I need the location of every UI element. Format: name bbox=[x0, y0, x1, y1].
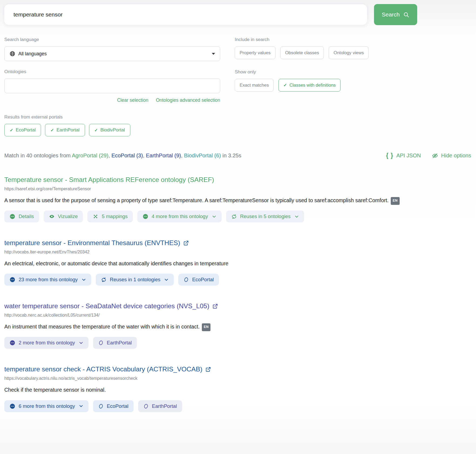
portal-toggle-label: BiodivPortal bbox=[100, 127, 125, 133]
search-options: Search language All languages Ontologies… bbox=[0, 37, 476, 103]
circle-ellipsis-icon bbox=[9, 340, 15, 346]
result-url: http://vocab.nerc.ac.uk/collection/L05/c… bbox=[4, 313, 472, 318]
globe-icon bbox=[9, 51, 15, 57]
filter-classes-with-definitions[interactable]: ✓ Classes with definitions bbox=[278, 79, 341, 92]
external-portals-label: Results from external portals bbox=[4, 114, 476, 120]
match-prefix: Match in 40 ontologies from bbox=[4, 153, 72, 158]
earthportal-count-link[interactable]: EarthPortal (9) bbox=[146, 153, 181, 158]
check-icon: ✓ bbox=[94, 128, 98, 133]
reuses-button[interactable]: Reuses in 5 ontologies bbox=[226, 211, 304, 222]
mappings-button[interactable]: 5 mappings bbox=[87, 211, 133, 222]
reuse-icon bbox=[231, 214, 237, 219]
ontologies-advanced-selection-link[interactable]: Ontologies advanced selection bbox=[156, 97, 220, 103]
result-title-link[interactable]: Temperature sensor - Smart Applications … bbox=[4, 176, 214, 184]
search-box[interactable] bbox=[4, 4, 367, 25]
portal-badge-ecoportal[interactable]: EcoPortal bbox=[93, 400, 134, 412]
chip-label: EarthPortal bbox=[107, 340, 132, 346]
braces-icon: { } bbox=[386, 152, 393, 159]
filter-label: Exact matches bbox=[240, 83, 269, 88]
result-description: An instrument that measures the temperat… bbox=[4, 322, 402, 331]
ecoportal-count-link[interactable]: EcoPortal (3) bbox=[111, 153, 143, 158]
portal-toggle-ecoportal[interactable]: ✓ EcoPortal bbox=[4, 124, 41, 136]
api-json-link[interactable]: { } API JSON bbox=[386, 152, 421, 159]
api-json-label: API JSON bbox=[396, 153, 421, 159]
chevron-down-icon bbox=[164, 277, 169, 282]
separator: , bbox=[108, 153, 111, 158]
result-title-link[interactable]: water temperature sensor - SeaDataNet de… bbox=[4, 302, 218, 310]
circle-ellipsis-icon bbox=[142, 214, 148, 219]
external-link-icon bbox=[212, 303, 218, 309]
result-description-text: An electrical, electronic, or automatic … bbox=[4, 260, 228, 266]
chevron-down-icon bbox=[78, 404, 83, 408]
chevron-down-icon bbox=[294, 214, 299, 219]
chip-label: Vizualize bbox=[58, 214, 78, 219]
portal-toggle-biodivportal[interactable]: ✓ BiodivPortal bbox=[89, 124, 130, 136]
chip-label: Details bbox=[19, 214, 34, 219]
language-select-value: All languages bbox=[18, 51, 47, 57]
portal-toggle-label: EcoPortal bbox=[16, 127, 36, 133]
portal-ellipse-icon bbox=[98, 340, 104, 345]
more-from-ontology-button[interactable]: 4 more from this ontology bbox=[137, 211, 222, 222]
chip-label: Reuses in 1 ontologies bbox=[110, 277, 160, 283]
language-badge: EN bbox=[202, 323, 210, 331]
search-icon bbox=[403, 12, 409, 18]
portal-toggle-earthportal[interactable]: ✓ EarthPortal bbox=[45, 124, 85, 136]
search-language-label: Search language bbox=[4, 37, 220, 42]
match-summary: Match in 40 ontologies from AgroPortal (… bbox=[4, 153, 241, 159]
result-card: water temperature sensor - SeaDataNet de… bbox=[4, 302, 472, 349]
filter-ontology-views[interactable]: Ontology views bbox=[329, 46, 369, 59]
chip-label: EarthPortal bbox=[152, 403, 177, 409]
filter-obsolete-classes[interactable]: Obsolete classes bbox=[280, 46, 324, 59]
chevron-down-icon bbox=[211, 214, 216, 219]
hide-options-label: Hide options bbox=[441, 153, 471, 159]
result-title: Temperature sensor - Smart Applications … bbox=[4, 176, 214, 184]
more-from-ontology-button[interactable]: 2 more from this ontology bbox=[4, 337, 89, 349]
search-input[interactable] bbox=[13, 11, 358, 18]
reuses-button[interactable]: Reuses in 1 ontologies bbox=[96, 274, 174, 286]
show-only-label: Show only bbox=[235, 69, 369, 75]
ontologies-input[interactable] bbox=[4, 79, 220, 93]
language-badge: EN bbox=[391, 197, 399, 205]
more-from-ontology-button[interactable]: 23 more from this ontology bbox=[4, 274, 91, 286]
more-from-ontology-button[interactable]: 6 more from this ontology bbox=[4, 400, 89, 412]
portal-badge-ecoportal[interactable]: EcoPortal bbox=[178, 274, 219, 286]
portal-ellipse-icon bbox=[143, 404, 149, 409]
filter-label: Classes with definitions bbox=[290, 83, 336, 88]
clear-selection-link[interactable]: Clear selection bbox=[117, 97, 148, 103]
result-url: https://saref.etsi.org/core/TemperatureS… bbox=[4, 187, 472, 191]
chip-label: 5 mappings bbox=[102, 214, 128, 219]
hide-options-link[interactable]: Hide options bbox=[432, 153, 471, 159]
external-link-icon bbox=[205, 367, 211, 372]
chip-label: 2 more from this ontology bbox=[19, 340, 75, 346]
chevron-down-icon bbox=[78, 341, 83, 345]
external-portals-section: Results from external portals ✓ EcoPorta… bbox=[0, 114, 476, 136]
check-icon: ✓ bbox=[283, 83, 287, 88]
filter-exact-matches[interactable]: Exact matches bbox=[235, 79, 274, 92]
portal-badge-earthportal[interactable]: EarthPortal bbox=[138, 400, 182, 412]
result-url: https://vocabulary.actris.nilu.no/actris… bbox=[4, 376, 472, 381]
chip-label: 4 more from this ontology bbox=[152, 214, 208, 219]
result-card: temperature sensor check - ACTRIS Vocabu… bbox=[4, 365, 472, 412]
portal-toggle-label: EarthPortal bbox=[57, 127, 80, 133]
search-button[interactable]: Search bbox=[374, 4, 417, 25]
separator: , bbox=[143, 153, 146, 158]
result-title-link[interactable]: temperature sensor check - ACTRIS Vocabu… bbox=[4, 365, 211, 373]
language-select[interactable]: All languages bbox=[4, 46, 220, 61]
reuse-icon bbox=[101, 277, 107, 283]
ontologies-label: Ontologies bbox=[4, 69, 220, 74]
eye-icon bbox=[49, 214, 55, 219]
circle-ellipsis-icon bbox=[9, 214, 15, 219]
chip-label: EcoPortal bbox=[107, 403, 128, 409]
details-button[interactable]: Details bbox=[4, 211, 39, 222]
search-button-label: Search bbox=[382, 11, 400, 18]
result-description-text: Check if the temperature sensor is nomin… bbox=[4, 387, 106, 393]
portal-badge-earthportal[interactable]: EarthPortal bbox=[93, 337, 137, 349]
result-description: An electrical, electronic, or automatic … bbox=[4, 259, 402, 268]
agroportal-count-link[interactable]: AgroPortal (29) bbox=[72, 153, 108, 158]
chevron-down-icon bbox=[81, 277, 86, 282]
filter-property-values[interactable]: Property values bbox=[235, 46, 276, 59]
result-title-link[interactable]: temperature sensor - Environmental Thesa… bbox=[4, 239, 189, 247]
match-suffix: in 3.25s bbox=[221, 153, 242, 158]
biodivportal-count-link[interactable]: BiodivPortal (6) bbox=[184, 153, 221, 158]
vizualize-button[interactable]: Vizualize bbox=[44, 211, 83, 222]
